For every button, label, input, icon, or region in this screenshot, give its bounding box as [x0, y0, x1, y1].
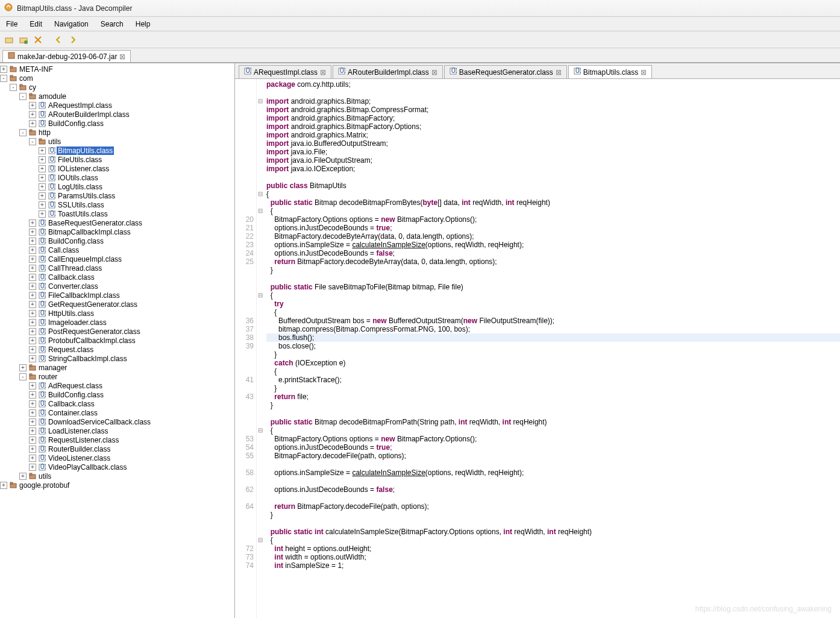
expand-toggle[interactable]: + — [29, 319, 36, 326]
expand-toggle[interactable]: + — [39, 156, 46, 163]
back-button[interactable] — [52, 33, 65, 46]
fold-column[interactable]: ⊟⊟⊟⊟⊟⊟ — [257, 79, 264, 618]
tree-item[interactable]: +01VideoListener.class — [0, 453, 234, 462]
code-lines[interactable]: package com.cy.http.utils;import android… — [264, 79, 840, 618]
editor-tab[interactable]: 01BaseRequestGenerator.class⊠ — [444, 65, 567, 78]
expand-toggle[interactable]: + — [29, 238, 36, 245]
expand-toggle[interactable]: + — [29, 120, 36, 127]
editor-tab[interactable]: 01ARouterBuilderImpl.class⊠ — [333, 65, 443, 78]
jar-tab-close[interactable]: ⊠ — [119, 52, 125, 61]
expand-toggle[interactable]: + — [29, 337, 36, 344]
tree-item[interactable]: +01LoadListener.class — [0, 426, 234, 435]
tree-item[interactable]: +META-INF — [0, 65, 234, 74]
tree-item[interactable]: +01DownloadServiceCallback.class — [0, 417, 234, 426]
expand-toggle[interactable]: + — [39, 165, 46, 172]
expand-toggle[interactable]: + — [29, 274, 36, 281]
tree-item[interactable]: -router — [0, 372, 234, 381]
tree-item[interactable]: +01BaseRequestGenerator.class — [0, 218, 234, 227]
expand-toggle[interactable]: + — [29, 328, 36, 335]
menu-edit[interactable]: Edit — [24, 18, 48, 30]
expand-toggle[interactable]: + — [39, 147, 46, 154]
menu-help[interactable]: Help — [130, 18, 157, 30]
package-tree[interactable]: +META-INF-com-cy-amodule+01ARequestImpl.… — [0, 63, 235, 618]
tree-item[interactable]: +01Imageloader.class — [0, 318, 234, 327]
expand-toggle[interactable]: + — [29, 256, 36, 263]
expand-toggle[interactable]: + — [39, 183, 46, 191]
open-jar-button[interactable] — [17, 33, 30, 46]
tree-item[interactable]: +01ParamsUtils.class — [0, 191, 234, 200]
tree-item[interactable]: +01GetRequestGenerator.class — [0, 300, 234, 309]
expand-toggle[interactable]: + — [39, 210, 46, 218]
expand-toggle[interactable]: + — [29, 382, 36, 389]
expand-toggle[interactable]: + — [39, 192, 46, 200]
expand-toggle[interactable]: + — [29, 409, 36, 417]
tree-item[interactable]: +01HttpUtils.class — [0, 309, 234, 318]
open-file-button[interactable] — [2, 33, 16, 46]
expand-toggle[interactable]: + — [29, 310, 36, 317]
expand-toggle[interactable]: + — [39, 201, 46, 209]
expand-toggle[interactable]: + — [29, 292, 36, 299]
close-icon[interactable]: ⊠ — [641, 68, 647, 77]
tree-item[interactable]: +01BuildConfig.class — [0, 119, 234, 128]
expand-toggle[interactable]: + — [29, 418, 36, 426]
tree-item[interactable]: +01BitmapUtils.class — [0, 146, 234, 155]
editor-tab[interactable]: 01BitmapUtils.class⊠ — [568, 65, 652, 78]
expand-toggle[interactable]: + — [29, 247, 36, 254]
tree-item[interactable]: +01AdRequest.class — [0, 381, 234, 390]
tree-item[interactable]: +01ARouterBuilderImpl.class — [0, 110, 234, 119]
tree-item[interactable]: -amodule — [0, 92, 234, 101]
expand-toggle[interactable]: - — [19, 93, 27, 100]
expand-toggle[interactable]: - — [29, 138, 36, 145]
expand-toggle[interactable]: + — [29, 301, 36, 308]
expand-toggle[interactable]: + — [0, 66, 7, 73]
tree-item[interactable]: +utils — [0, 471, 234, 481]
tree-item[interactable]: +01PostRequestGenerator.class — [0, 327, 234, 336]
expand-toggle[interactable]: - — [10, 84, 17, 91]
tree-item[interactable]: +01Request.class — [0, 345, 234, 354]
tree-item[interactable]: -http — [0, 128, 234, 137]
menu-search[interactable]: Search — [95, 18, 130, 30]
tree-item[interactable]: +01ProtobufCallbackImpl.class — [0, 336, 234, 345]
expand-toggle[interactable]: + — [29, 437, 36, 444]
expand-toggle[interactable]: + — [19, 364, 27, 371]
tree-item[interactable]: +google.protobuf — [0, 481, 234, 490]
expand-toggle[interactable]: - — [19, 373, 27, 380]
tree-item[interactable]: +01StringCallbackImpl.class — [0, 354, 234, 363]
tree-item[interactable]: +01Container.class — [0, 408, 234, 417]
tree-item[interactable]: +manager — [0, 363, 234, 372]
code-area[interactable]: 2021222324253637383941435354555862647273… — [235, 79, 840, 618]
expand-toggle[interactable]: + — [29, 464, 36, 471]
expand-toggle[interactable]: - — [0, 75, 7, 82]
tree-item[interactable]: +01BuildConfig.class — [0, 236, 234, 245]
tree-item[interactable]: +01Call.class — [0, 245, 234, 254]
expand-toggle[interactable]: + — [29, 265, 36, 272]
close-icon[interactable]: ⊠ — [556, 68, 562, 77]
expand-toggle[interactable]: + — [29, 229, 36, 236]
expand-toggle[interactable]: + — [29, 283, 36, 290]
tree-item[interactable]: +01BuildConfig.class — [0, 390, 234, 399]
tree-item[interactable]: +01Callback.class — [0, 399, 234, 408]
expand-toggle[interactable]: + — [0, 482, 7, 489]
forward-button[interactable] — [66, 33, 80, 46]
tree-item[interactable]: +01IOListener.class — [0, 164, 234, 173]
tree-item[interactable]: +01FileUtils.class — [0, 155, 234, 164]
tree-item[interactable]: +01BitmapCallbackImpl.class — [0, 227, 234, 236]
jar-tab[interactable]: makeJar-debug-2019-06-07.jar ⊠ — [2, 50, 131, 62]
expand-toggle[interactable]: + — [29, 391, 36, 399]
expand-toggle[interactable]: + — [29, 427, 36, 435]
tree-item[interactable]: -cy — [0, 83, 234, 92]
menu-file[interactable]: File — [0, 18, 24, 30]
tree-item[interactable]: +01RequestListener.class — [0, 435, 234, 444]
expand-toggle[interactable]: + — [29, 455, 36, 462]
tree-item[interactable]: +01CallEnqueueImpl.class — [0, 254, 234, 263]
expand-toggle[interactable]: + — [29, 355, 36, 362]
expand-toggle[interactable]: + — [19, 473, 27, 480]
tree-item[interactable]: +01ToastUtils.class — [0, 209, 234, 218]
expand-toggle[interactable]: + — [29, 400, 36, 408]
expand-toggle[interactable]: + — [29, 102, 36, 109]
tree-item[interactable]: -utils — [0, 137, 234, 146]
tree-item[interactable]: +01RouterBuilder.class — [0, 444, 234, 453]
close-icon[interactable]: ⊠ — [431, 68, 437, 77]
tree-item[interactable]: +01Converter.class — [0, 282, 234, 291]
tree-item[interactable]: +01CallThread.class — [0, 263, 234, 273]
